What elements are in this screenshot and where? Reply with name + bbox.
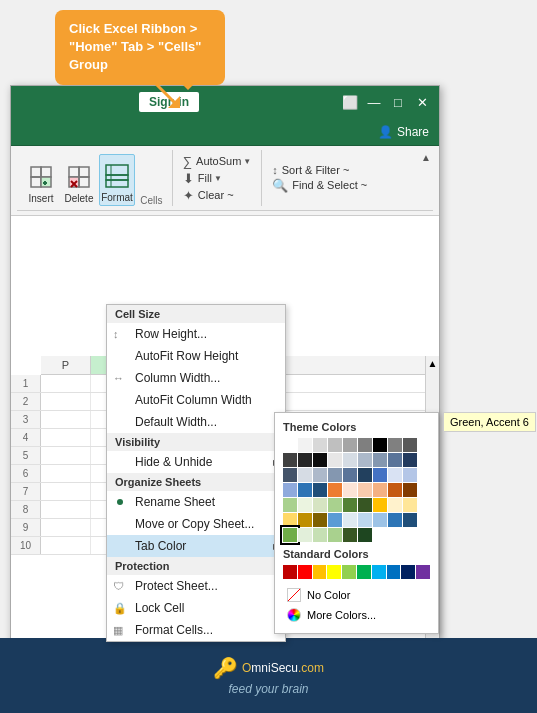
theme-color-swatch[interactable] — [403, 453, 417, 467]
no-color-item[interactable]: No Color — [283, 585, 430, 605]
standard-color-swatch[interactable] — [327, 565, 341, 579]
theme-color-swatch[interactable] — [313, 438, 327, 452]
theme-color-swatch[interactable] — [358, 468, 372, 482]
share-button[interactable]: 👤 Share — [378, 125, 429, 139]
theme-color-swatch[interactable] — [373, 468, 387, 482]
theme-color-swatch[interactable] — [313, 498, 327, 512]
expand-ribbon-button[interactable]: ▲ — [421, 152, 431, 163]
standard-color-swatch[interactable] — [401, 565, 415, 579]
theme-color-swatch[interactable] — [343, 528, 357, 542]
theme-color-swatch[interactable] — [358, 513, 372, 527]
autosum-button[interactable]: ∑ AutoSum ▼ — [179, 153, 255, 170]
theme-color-swatch[interactable] — [343, 468, 357, 482]
theme-color-swatch[interactable] — [358, 498, 372, 512]
col-width-item[interactable]: ↔ Column Width... — [107, 367, 285, 389]
col-header-p[interactable]: P — [41, 356, 91, 374]
theme-color-swatch[interactable] — [298, 528, 312, 542]
theme-color-swatch[interactable] — [298, 498, 312, 512]
theme-color-swatch[interactable] — [313, 528, 327, 542]
delete-button[interactable]: Delete — [61, 154, 97, 206]
theme-color-swatch[interactable] — [298, 483, 312, 497]
theme-color-swatch[interactable] — [283, 498, 297, 512]
theme-color-swatch[interactable] — [358, 528, 372, 542]
theme-color-swatch[interactable] — [373, 483, 387, 497]
theme-color-swatch[interactable] — [298, 513, 312, 527]
standard-color-swatch[interactable] — [298, 565, 312, 579]
autofit-col-item[interactable]: AutoFit Column Width — [107, 389, 285, 411]
theme-color-swatch[interactable] — [283, 483, 297, 497]
theme-color-swatch[interactable] — [373, 438, 387, 452]
theme-color-swatch[interactable] — [298, 438, 312, 452]
theme-color-swatch[interactable] — [403, 438, 417, 452]
minimize-button[interactable]: — — [365, 93, 383, 111]
format-button[interactable]: Format — [99, 154, 135, 206]
theme-color-swatch[interactable] — [388, 483, 402, 497]
theme-color-swatch[interactable] — [313, 513, 327, 527]
theme-color-swatch[interactable] — [358, 438, 372, 452]
theme-color-swatch[interactable] — [403, 513, 417, 527]
theme-color-swatch[interactable] — [343, 483, 357, 497]
lock-cell-item[interactable]: 🔒 Lock Cell — [107, 597, 285, 619]
theme-color-swatch[interactable] — [343, 498, 357, 512]
theme-color-swatch[interactable] — [403, 483, 417, 497]
theme-color-swatch[interactable] — [388, 468, 402, 482]
theme-color-swatch[interactable] — [328, 528, 342, 542]
theme-color-swatch[interactable] — [328, 483, 342, 497]
rename-sheet-item[interactable]: Rename Sheet — [107, 491, 285, 513]
standard-color-swatch[interactable] — [372, 565, 386, 579]
find-select-button[interactable]: 🔍 Find & Select ~ — [268, 177, 371, 194]
standard-color-swatch[interactable] — [357, 565, 371, 579]
insert-button[interactable]: Insert — [23, 154, 59, 206]
theme-color-swatch[interactable] — [343, 513, 357, 527]
standard-color-swatch[interactable] — [342, 565, 356, 579]
move-copy-item[interactable]: Move or Copy Sheet... — [107, 513, 285, 535]
more-colors-item[interactable]: More Colors... — [283, 605, 430, 625]
standard-color-swatch[interactable] — [387, 565, 401, 579]
theme-color-swatch[interactable] — [373, 453, 387, 467]
theme-color-swatch[interactable] — [358, 453, 372, 467]
standard-color-swatch[interactable] — [283, 565, 297, 579]
fill-button[interactable]: ⬇ Fill ▼ — [179, 170, 255, 187]
theme-color-swatch[interactable] — [328, 453, 342, 467]
theme-color-swatch[interactable] — [328, 438, 342, 452]
restore-button[interactable]: ⬜ — [341, 93, 359, 111]
autofit-row-item[interactable]: AutoFit Row Height — [107, 345, 285, 367]
theme-color-swatch[interactable] — [373, 498, 387, 512]
close-button[interactable]: ✕ — [413, 93, 431, 111]
theme-color-swatch[interactable] — [313, 483, 327, 497]
theme-color-swatch[interactable] — [388, 513, 402, 527]
theme-color-swatch[interactable] — [298, 453, 312, 467]
theme-color-swatch[interactable] — [328, 468, 342, 482]
theme-color-swatch[interactable] — [388, 438, 402, 452]
scroll-up-button[interactable]: ▲ — [426, 356, 439, 371]
standard-color-swatch[interactable] — [313, 565, 327, 579]
format-cells-item[interactable]: ▦ Format Cells... — [107, 619, 285, 641]
theme-color-swatch[interactable] — [358, 483, 372, 497]
theme-color-swatch[interactable] — [403, 498, 417, 512]
theme-color-swatch[interactable] — [283, 453, 297, 467]
protect-sheet-item[interactable]: 🛡 Protect Sheet... — [107, 575, 285, 597]
sort-filter-button[interactable]: ↕ Sort & Filter ~ — [268, 163, 371, 177]
theme-color-swatch[interactable] — [388, 453, 402, 467]
row-height-item[interactable]: ↕ Row Height... — [107, 323, 285, 345]
clear-button[interactable]: ✦ Clear ~ — [179, 187, 255, 204]
theme-color-swatch[interactable] — [283, 528, 297, 542]
standard-color-swatch[interactable] — [416, 565, 430, 579]
theme-color-swatch[interactable] — [313, 468, 327, 482]
theme-color-swatch[interactable] — [328, 513, 342, 527]
theme-color-swatch[interactable] — [343, 453, 357, 467]
theme-color-swatch[interactable] — [283, 468, 297, 482]
theme-color-swatch[interactable] — [343, 438, 357, 452]
default-width-item[interactable]: Default Width... — [107, 411, 285, 433]
theme-color-swatch[interactable] — [403, 468, 417, 482]
theme-color-swatch[interactable] — [283, 513, 297, 527]
theme-color-swatch[interactable] — [283, 438, 297, 452]
theme-color-swatch[interactable] — [328, 498, 342, 512]
theme-color-swatch[interactable] — [388, 498, 402, 512]
theme-color-swatch[interactable] — [298, 468, 312, 482]
theme-color-swatch[interactable] — [313, 453, 327, 467]
tab-color-item[interactable]: Tab Color — [107, 535, 285, 557]
theme-color-swatch[interactable] — [373, 513, 387, 527]
maximize-button[interactable]: □ — [389, 93, 407, 111]
hide-unhide-item[interactable]: Hide & Unhide — [107, 451, 285, 473]
